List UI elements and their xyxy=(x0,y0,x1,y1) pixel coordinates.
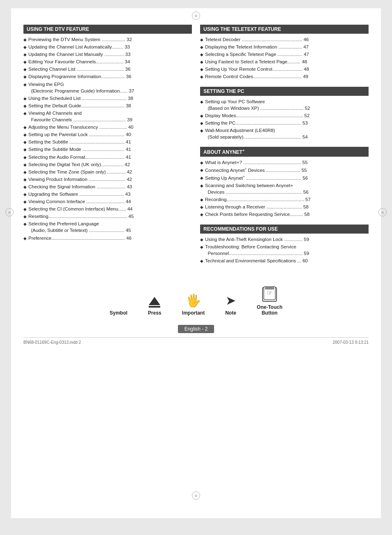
toc-item: ◆ Selecting a Specific Teletext Page ...… xyxy=(200,51,369,58)
bullet-icon: ◆ xyxy=(200,120,203,126)
bullet-icon: ◆ xyxy=(23,206,27,212)
toc-item-text: Connecting Anynet+ Devices .............… xyxy=(205,167,369,174)
toc-item: ◆ Setting the PC........................… xyxy=(200,120,369,126)
toc-item-text: Previewing the DTV Menu System .........… xyxy=(28,36,192,43)
toc-item-text: Selecting a Specific Teletext Page .....… xyxy=(205,51,369,58)
toc-item-text: Teletext Decoder .......................… xyxy=(205,36,369,43)
toc-item-text: Selecting the Audio Format..............… xyxy=(28,154,192,160)
toc-item-text: Displaying the Teletext Information ....… xyxy=(205,44,369,50)
page-number-badge: English - 2 xyxy=(178,325,214,333)
toc-item-text: Setting the Subtitle ...................… xyxy=(28,139,192,145)
toc-item-text: Viewing All Channels and Favourite Chann… xyxy=(28,110,192,123)
bullet-icon: ◆ xyxy=(200,160,203,166)
bullet-icon: ◆ xyxy=(200,212,203,218)
toc-item: ◆ Setting up the Parental Lock .........… xyxy=(23,131,192,138)
bullet-icon: ◆ xyxy=(23,59,27,65)
toc-item: ◆ Selecting the Digital Text (UK only)..… xyxy=(23,161,192,168)
toc-item: ◆ Displaying the Teletext Information ..… xyxy=(200,44,369,50)
toc-item-text: Selecting the Digital Text (UK only)....… xyxy=(28,161,192,168)
bottom-register-mark: ⊕ xyxy=(192,491,200,500)
toc-item-text: Technical and Environmental Specificatio… xyxy=(205,257,369,264)
bullet-icon: ◆ xyxy=(23,184,27,190)
bullet-icon: ◆ xyxy=(23,125,27,130)
toc-item-text: Resetting...............................… xyxy=(28,213,192,220)
bullet-icon: ◆ xyxy=(200,74,203,80)
press-line-icon xyxy=(149,306,160,308)
note-icon: ➤ xyxy=(226,293,236,308)
bullet-icon: ◆ xyxy=(200,52,203,58)
bullet-icon: ◆ xyxy=(23,74,27,80)
important-label: Important xyxy=(182,310,205,316)
toc-item-text: Listening through a Receiver ...........… xyxy=(205,204,369,210)
toc-item-text: Setting up Your PC Software (Based on Wi… xyxy=(205,98,369,111)
bullet-icon: ◆ xyxy=(200,128,203,134)
toc-item: ◆ Listening through a Receiver .........… xyxy=(200,204,369,210)
bullet-icon: ◆ xyxy=(23,52,27,58)
toc-item: ◆ Updating the Channel List Manually ...… xyxy=(23,51,192,58)
section-anynet: ABOUT ANYNET+ ◆ What is Anynet+? .......… xyxy=(200,147,369,218)
toc-item: ◆ Displaying Programme Information......… xyxy=(23,73,192,80)
toc-item: ◆ What is Anynet+? .....................… xyxy=(200,159,369,166)
toc-item: ◆ Editing Your Favourite Channels.......… xyxy=(23,58,192,65)
section-dtv: USING THE DTV FEATURE ◆ Previewing the D… xyxy=(23,25,192,241)
toc-item: ◆ Preference............................… xyxy=(23,235,192,241)
bullet-icon: ◆ xyxy=(200,59,203,65)
toc-item-text: Setting Up Anynet+ .....................… xyxy=(205,174,369,181)
toc-item-text: Viewing the EPG (Electronic Programme Gu… xyxy=(28,81,192,94)
toc-item-text: Setting Up Your Remote Control..........… xyxy=(205,66,369,72)
toc-item-text: Selecting the Time Zone (Spain only) ...… xyxy=(28,169,192,175)
toc-item-text: Updating the Channel List Automatically.… xyxy=(28,44,192,50)
toc-item: ◆ Resetting.............................… xyxy=(23,213,192,220)
bullet-icon: ◆ xyxy=(200,204,203,210)
bullet-icon: ◆ xyxy=(23,111,27,116)
toc-item-text: Checking the Signal Information ........… xyxy=(28,183,192,190)
page: ⊕ ⊕ ⊕ USING THE DTV FEATURE ◆ Previewing… xyxy=(11,8,381,518)
bullet-icon: ◆ xyxy=(200,37,203,43)
toc-item: ◆ Technical and Environmental Specificat… xyxy=(200,257,369,264)
toc-item-text: Viewing Product Information ............… xyxy=(28,176,192,183)
toc-item-text: Troubleshooting: Before Contacting Servi… xyxy=(205,243,369,257)
bullet-icon: ◆ xyxy=(23,192,27,197)
toc-item-text: Wall-Mount Adjustment (LE40R8) (Sold sep… xyxy=(205,127,369,140)
bullet-icon: ◆ xyxy=(23,67,27,72)
toc-item-text: Displaying Programme Information........… xyxy=(28,73,192,80)
toc-item-text: Setting the PC..........................… xyxy=(205,120,369,126)
section-setting-pc-header: SETTING THE PC xyxy=(200,87,369,96)
symbol-item-note: ➤ Note xyxy=(225,293,236,316)
toc-item: ◆ Selecting the Preferred Language (Audi… xyxy=(23,220,192,234)
toc-item-text: Setting the Subtitle Mode ..............… xyxy=(28,146,192,153)
bullet-icon: ◆ xyxy=(23,82,27,88)
section-dtv-header: USING THE DTV FEATURE xyxy=(23,25,192,34)
toc-item: ◆ Using Fastext to Select a Teletext Pag… xyxy=(200,58,369,65)
toc-item: ◆ Troubleshooting: Before Contacting Ser… xyxy=(200,243,369,257)
left-register-mark: ⊕ xyxy=(5,208,14,216)
toc-item: ◆ Selecting the Time Zone (Spain only) .… xyxy=(23,169,192,175)
bullet-icon: ◆ xyxy=(23,132,27,138)
toc-item-text: Display Modes...........................… xyxy=(205,112,369,119)
onetouch-icon: ☞ xyxy=(262,287,277,302)
bullet-icon: ◆ xyxy=(23,214,27,220)
footer-left: BN68-01169C-Eng-0313.indd 2 xyxy=(23,340,81,345)
bullet-icon: ◆ xyxy=(23,177,27,183)
section-teletext: USING THE TELETEXT FEATURE ◆ Teletext De… xyxy=(200,25,369,80)
bullet-icon: ◆ xyxy=(23,221,27,227)
toc-item: ◆ Selecting the Audio Format............… xyxy=(23,154,192,160)
toc-item: ◆ Setting the Subtitle .................… xyxy=(23,139,192,145)
toc-item: ◆ Teletext Decoder .....................… xyxy=(200,36,369,43)
bullet-icon: ◆ xyxy=(200,67,203,72)
svg-rect-2 xyxy=(265,287,274,290)
toc-item: ◆ Viewing the EPG (Electronic Programme … xyxy=(23,81,192,94)
toc-item: ◆ Setting up Your PC Software (Based on … xyxy=(200,98,369,111)
toc-item-text: Selecting the CI (Common Interface) Menu… xyxy=(28,206,192,212)
bullet-icon: ◆ xyxy=(23,236,27,241)
toc-item: ◆ Scanning and Switching between Anynet+… xyxy=(200,182,369,195)
toc-item: ◆ Checking the Signal Information ......… xyxy=(23,183,192,190)
section-setting-pc: SETTING THE PC ◆ Setting up Your PC Soft… xyxy=(200,87,369,141)
bullet-icon: ◆ xyxy=(200,237,203,243)
section-recommendations-header: RECOMMENDATIONS FOR USE xyxy=(200,225,369,234)
footer-right: 2007-03-13 9:13:21 xyxy=(333,340,369,345)
toc-item-text: Editing Your Favourite Channels.........… xyxy=(28,58,192,65)
toc-item-text: Preference..............................… xyxy=(28,235,192,241)
press-triangle-icon xyxy=(149,297,160,305)
toc-item-text: Setting the Default Guide...............… xyxy=(28,102,192,109)
